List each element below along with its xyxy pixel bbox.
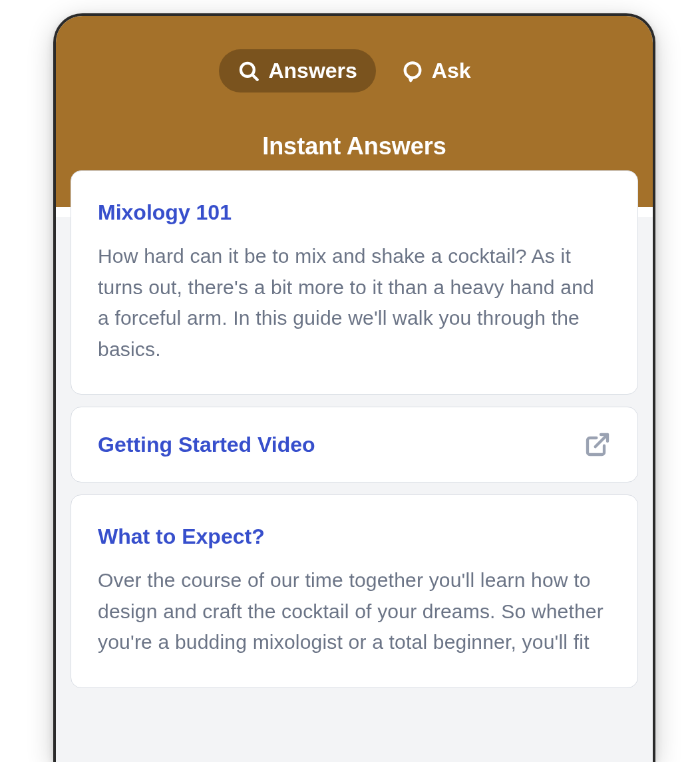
external-link-icon — [584, 431, 611, 458]
search-icon — [238, 60, 260, 83]
tab-ask[interactable]: Ask — [383, 49, 490, 93]
tab-ask-label: Ask — [432, 59, 471, 83]
content-area: Mixology 101 How hard can it be to mix a… — [56, 170, 653, 688]
card-title: Getting Started Video — [98, 433, 315, 457]
answer-card[interactable]: What to Expect? Over the course of our t… — [71, 494, 638, 688]
answer-card[interactable]: Getting Started Video — [71, 407, 638, 482]
card-title: Mixology 101 — [98, 200, 611, 225]
device-frame: Answers Ask Instant Answers Mixology 101… — [53, 13, 655, 762]
card-body: Over the course of our time together you… — [98, 565, 611, 658]
tab-answers[interactable]: Answers — [219, 49, 375, 93]
answer-card[interactable]: Mixology 101 How hard can it be to mix a… — [71, 170, 638, 395]
tab-answers-label: Answers — [268, 59, 357, 83]
tab-row: Answers Ask — [219, 49, 489, 93]
chat-icon — [401, 60, 424, 83]
card-body: How hard can it be to mix and shake a co… — [98, 241, 611, 365]
card-title: What to Expect? — [98, 524, 611, 549]
svg-line-2 — [596, 435, 608, 447]
section-title: Instant Answers — [262, 132, 446, 160]
svg-line-1 — [253, 75, 258, 79]
